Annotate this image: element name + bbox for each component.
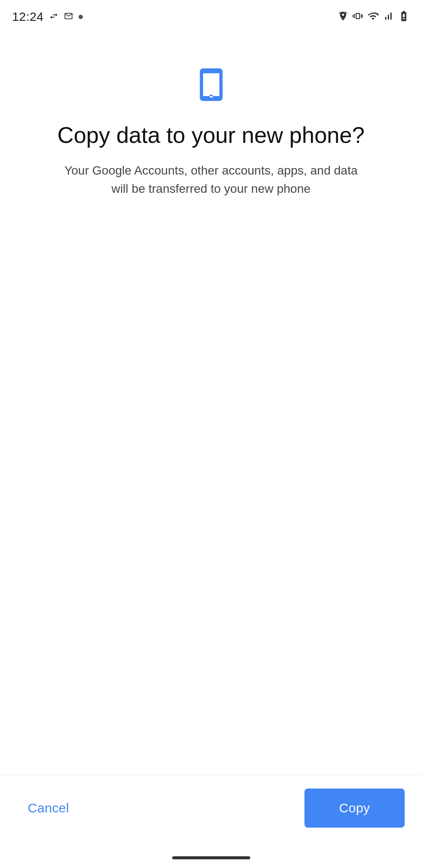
cancel-button[interactable]: Cancel	[17, 792, 79, 824]
copy-button[interactable]: Copy	[304, 789, 405, 828]
alarm-icon	[338, 11, 348, 23]
main-content: Copy data to your new phone? Your Google…	[0, 30, 422, 775]
home-bar	[172, 856, 250, 859]
arrows-icon	[49, 11, 59, 23]
vibrate-icon	[353, 11, 363, 23]
page-description: Your Google Accounts, other accounts, ap…	[59, 162, 363, 198]
phone-icon-container	[192, 65, 231, 106]
page-title: Copy data to your new phone?	[57, 122, 364, 149]
gmail-icon	[64, 11, 73, 23]
home-indicator	[0, 849, 422, 868]
battery-icon	[398, 10, 410, 24]
wifi-icon	[367, 10, 379, 24]
status-bar-right	[338, 10, 410, 24]
signal-icon	[383, 11, 393, 23]
notification-dot	[79, 15, 83, 19]
phone-icon	[192, 65, 231, 104]
status-time: 12:24	[12, 10, 44, 24]
status-bar-left: 12:24	[12, 10, 83, 24]
status-bar: 12:24	[0, 0, 422, 30]
bottom-action-area: Cancel Copy	[0, 775, 422, 849]
